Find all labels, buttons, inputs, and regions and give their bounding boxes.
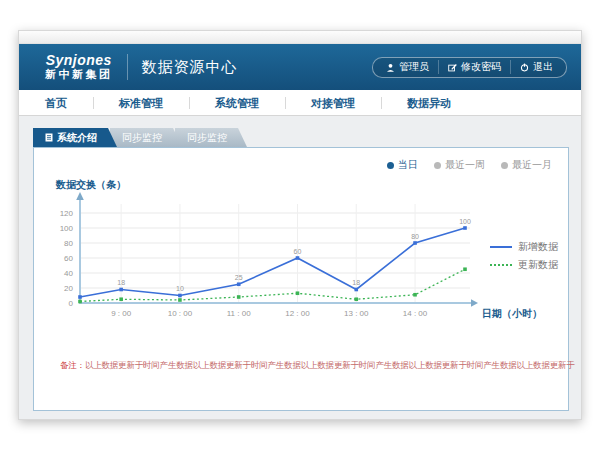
svg-text:0: 0: [69, 299, 74, 308]
tab-label: 同步监控: [122, 131, 162, 145]
svg-text:25: 25: [235, 274, 243, 281]
content-card: 当日最近一周最近一月 数据交换（条） 0204060801001209 : 00…: [33, 147, 569, 411]
filter-last-month[interactable]: 最近一月: [501, 158, 552, 172]
svg-text:100: 100: [60, 224, 74, 233]
svg-text:14 : 00: 14 : 00: [403, 309, 428, 318]
svg-text:18: 18: [352, 279, 360, 286]
radio-dot-icon: [387, 162, 394, 169]
svg-text:9 : 00: 9 : 00: [111, 309, 132, 318]
button-label: 管理员: [399, 60, 429, 74]
svg-text:11 : 00: 11 : 00: [227, 309, 251, 318]
tab-system-intro[interactable]: 系统介绍: [33, 128, 117, 147]
tab-label: 同步监控: [187, 131, 227, 145]
legend-label: 新增数据: [518, 240, 558, 254]
filter-label: 当日: [398, 158, 418, 172]
top-strip: [19, 31, 581, 44]
note-prefix: 备注：: [60, 360, 85, 370]
document-icon: [45, 133, 53, 142]
svg-text:20: 20: [64, 284, 73, 293]
svg-text:12 : 00: 12 : 00: [285, 309, 310, 318]
nav-item-5[interactable]: 数据异动: [381, 91, 477, 115]
svg-text:10 : 00: 10 : 00: [168, 309, 193, 318]
change-password-button[interactable]: 修改密码: [438, 60, 510, 74]
radio-dot-icon: [434, 162, 441, 169]
power-icon: [520, 63, 529, 72]
admin-user-button[interactable]: 管理员: [377, 60, 438, 74]
button-label: 退出: [533, 60, 553, 74]
legend-item-2[interactable]: 更新数据: [490, 256, 558, 274]
svg-text:80: 80: [64, 239, 73, 248]
edit-icon: [448, 63, 457, 72]
page-body: 系统介绍同步监控同步监控 当日最近一周最近一月 数据交换（条） 02040608…: [19, 116, 581, 421]
svg-text:13 : 00: 13 : 00: [344, 309, 369, 318]
site-title: 数据资源中心: [142, 58, 238, 77]
filter-label: 最近一周: [445, 158, 485, 172]
nav-item-2[interactable]: 标准管理: [93, 91, 189, 115]
logout-button[interactable]: 退出: [510, 60, 562, 74]
filter-today[interactable]: 当日: [387, 158, 418, 172]
logo-subtext: 新中新集团: [45, 68, 113, 81]
logo: Synjones 新中新集团: [45, 53, 113, 81]
logo-text: Synjones: [45, 53, 113, 68]
nav-item-4[interactable]: 对接管理: [285, 91, 381, 115]
nav-item-1[interactable]: 首页: [19, 91, 93, 115]
legend-item-1[interactable]: 新增数据: [490, 238, 558, 256]
y-axis-title: 数据交换（条）: [56, 178, 126, 192]
filter-label: 最近一月: [512, 158, 552, 172]
radio-dot-icon: [501, 162, 508, 169]
chart-legend: 新增数据更新数据: [490, 238, 558, 274]
note-text: 以上数据更新于时间产生数据以上数据更新于时间产生数据以上数据更新于时间产生数据以…: [85, 360, 575, 370]
svg-text:80: 80: [411, 233, 419, 240]
svg-text:120: 120: [60, 209, 74, 218]
line-swatch-icon: [490, 264, 512, 266]
header-divider: [127, 54, 128, 80]
tab-sync-monitor-1[interactable]: 同步监控: [110, 128, 182, 147]
tab-sync-monitor-2[interactable]: 同步监控: [175, 128, 247, 147]
svg-text:40: 40: [64, 269, 73, 278]
time-filters: 当日最近一周最近一月: [387, 158, 552, 172]
footer-note: 备注：以上数据更新于时间产生数据以上数据更新于时间产生数据以上数据更新于时间产生…: [60, 360, 575, 372]
button-label: 修改密码: [461, 60, 501, 74]
tab-label: 系统介绍: [57, 131, 97, 145]
app-window: Synjones 新中新集团 数据资源中心 管理员修改密码退出 首页标准管理系统…: [18, 30, 582, 420]
user-actions: 管理员修改密码退出: [372, 57, 567, 78]
svg-text:100: 100: [459, 218, 471, 225]
tab-bar: 系统介绍同步监控同步监控: [33, 128, 247, 147]
svg-text:60: 60: [294, 248, 302, 255]
legend-label: 更新数据: [518, 258, 558, 272]
line-swatch-icon: [490, 246, 512, 248]
svg-text:60: 60: [64, 254, 73, 263]
app-header: Synjones 新中新集团 数据资源中心 管理员修改密码退出: [19, 44, 581, 90]
svg-text:10: 10: [176, 285, 184, 292]
svg-text:日期（小时）: 日期（小时）: [482, 308, 542, 319]
user-icon: [386, 63, 395, 72]
svg-text:18: 18: [117, 279, 125, 286]
nav-item-3[interactable]: 系统管理: [189, 91, 285, 115]
main-nav: 首页标准管理系统管理对接管理数据异动: [19, 90, 581, 116]
filter-last-week[interactable]: 最近一周: [434, 158, 485, 172]
